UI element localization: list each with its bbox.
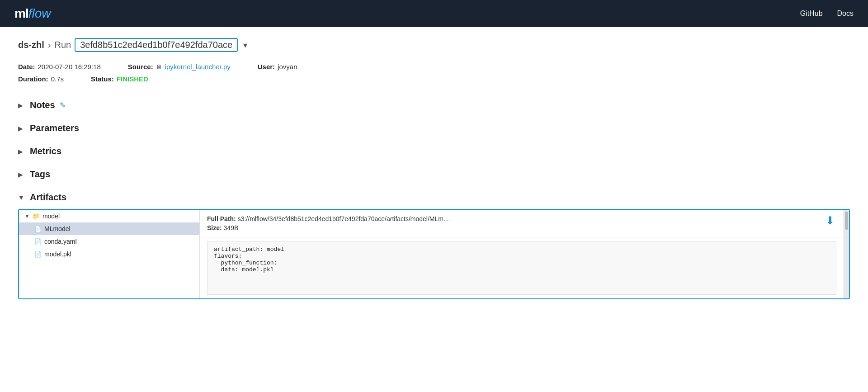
duration-field: Duration: 0.7s xyxy=(18,75,64,83)
model-folder-toggle: ▼ xyxy=(24,213,30,219)
user-value: jovyan xyxy=(278,63,297,71)
source-value[interactable]: ipykernel_launcher.py xyxy=(165,63,231,71)
size-label: Size: xyxy=(207,224,222,231)
content-line-1: artifact_path: model xyxy=(214,246,830,253)
notes-title: Notes xyxy=(30,100,55,110)
run-meta-row-1: Date: 2020-07-20 16:29:18 Source: 🖥 ipyk… xyxy=(18,63,850,71)
run-metadata: Date: 2020-07-20 16:29:18 Source: 🖥 ipyk… xyxy=(18,63,850,83)
model-folder-name: model xyxy=(42,213,60,220)
logo: mlflow xyxy=(14,6,51,21)
notes-toggle-icon: ▶ xyxy=(18,102,25,109)
content-line-3: python_function: xyxy=(214,260,830,266)
content-line-2: flavors: xyxy=(214,253,830,260)
artifact-tree-item-model[interactable]: ▼ 📁 model xyxy=(19,210,199,222)
source-field: Source: 🖥 ipykernel_launcher.py xyxy=(128,63,231,71)
artifacts-section-header[interactable]: ▼ Artifacts xyxy=(18,188,850,207)
status-value: FINISHED xyxy=(117,75,148,83)
artifact-tree-item-mlmodel[interactable]: 📄 MLmodel xyxy=(19,222,199,235)
conda-icon: 📄 xyxy=(34,238,42,245)
full-path-value: s3://mlflow/34/3efd8b51c2ed4ed1b0f7e492f… xyxy=(238,215,449,222)
status-field: Status: FINISHED xyxy=(91,75,148,83)
logo-ml: ml xyxy=(14,6,28,21)
run-label: Run xyxy=(54,40,71,50)
artifact-tree: ▼ 📁 model 📄 MLmodel 📄 conda.yaml 📄 xyxy=(19,210,200,298)
scroll-thumb xyxy=(845,212,848,230)
date-label: Date: xyxy=(18,63,35,71)
duration-label: Duration: xyxy=(18,75,48,83)
artifact-size-row: Size: 349B xyxy=(207,224,836,231)
metrics-toggle-icon: ▶ xyxy=(18,148,25,155)
main-content: ds-zhl › Run 3efd8b51c2ed4ed1b0f7e492fda… xyxy=(0,27,868,392)
header: mlflow GitHub Docs xyxy=(0,0,868,27)
parameters-title: Parameters xyxy=(30,123,79,133)
artifact-tree-item-conda[interactable]: 📄 conda.yaml xyxy=(19,235,199,248)
artifact-content: artifact_path: model flavors: python_fun… xyxy=(207,241,836,295)
github-link[interactable]: GitHub xyxy=(800,9,823,18)
artifacts-toggle-icon: ▼ xyxy=(18,194,25,201)
parameters-toggle-icon: ▶ xyxy=(18,125,25,132)
logo-flow: flow xyxy=(28,6,51,21)
download-button[interactable]: ⬇ xyxy=(826,214,835,227)
parameters-section-header[interactable]: ▶ Parameters xyxy=(18,118,850,138)
mlmodel-name: MLmodel xyxy=(44,225,71,232)
metrics-title: Metrics xyxy=(30,146,61,156)
full-path-label: Full Path: xyxy=(207,215,236,222)
artifacts-container: ▼ 📁 model 📄 MLmodel 📄 conda.yaml 📄 xyxy=(18,209,850,299)
experiment-name[interactable]: ds-zhl xyxy=(18,40,44,50)
breadcrumb-separator: › xyxy=(48,40,51,50)
artifact-tree-item-model-pkl[interactable]: 📄 model.pkl xyxy=(19,248,199,260)
metrics-section: ▶ Metrics xyxy=(18,142,850,161)
artifact-meta: Full Path: s3://mlflow/34/3efd8b51c2ed4e… xyxy=(200,210,844,237)
artifact-panel-scrollbar[interactable] xyxy=(844,210,849,298)
model-pkl-name: model.pkl xyxy=(44,250,71,258)
header-nav: GitHub Docs xyxy=(800,9,854,18)
breadcrumb-dropdown-icon[interactable]: ▾ xyxy=(243,40,247,50)
run-meta-row-2: Duration: 0.7s Status: FINISHED xyxy=(18,75,850,83)
model-folder-icon: 📁 xyxy=(33,213,40,220)
user-field: User: jovyan xyxy=(258,63,297,71)
date-field: Date: 2020-07-20 16:29:18 xyxy=(18,63,101,71)
status-label: Status: xyxy=(91,75,114,83)
tags-toggle-icon: ▶ xyxy=(18,171,25,178)
tags-section: ▶ Tags xyxy=(18,165,850,184)
source-icon: 🖥 xyxy=(156,63,162,71)
docs-link[interactable]: Docs xyxy=(837,9,854,18)
tags-title: Tags xyxy=(30,169,50,179)
artifacts-title: Artifacts xyxy=(30,192,66,203)
artifact-detail: Full Path: s3://mlflow/34/3efd8b51c2ed4e… xyxy=(200,210,844,298)
user-label: User: xyxy=(258,63,275,71)
date-value: 2020-07-20 16:29:18 xyxy=(38,63,101,71)
source-label: Source: xyxy=(128,63,153,71)
duration-value: 0.7s xyxy=(51,75,64,83)
mlmodel-icon: 📄 xyxy=(34,226,42,232)
run-id: 3efd8b51c2ed4ed1b0f7e492fda70ace xyxy=(75,38,238,52)
size-value: 349B xyxy=(224,224,239,231)
artifact-full-path-row: Full Path: s3://mlflow/34/3efd8b51c2ed4e… xyxy=(207,215,836,222)
tags-section-header[interactable]: ▶ Tags xyxy=(18,165,850,184)
notes-section-header[interactable]: ▶ Notes ✎ xyxy=(18,95,850,115)
model-pkl-icon: 📄 xyxy=(34,251,42,258)
notes-edit-icon[interactable]: ✎ xyxy=(60,101,66,109)
parameters-section: ▶ Parameters xyxy=(18,118,850,138)
artifacts-section: ▼ Artifacts ▼ 📁 model 📄 MLmodel 📄 xyxy=(18,188,850,299)
metrics-section-header[interactable]: ▶ Metrics xyxy=(18,142,850,161)
content-line-4: data: model.pkl xyxy=(214,266,830,273)
breadcrumb: ds-zhl › Run 3efd8b51c2ed4ed1b0f7e492fda… xyxy=(18,38,850,52)
notes-section: ▶ Notes ✎ xyxy=(18,95,850,115)
conda-name: conda.yaml xyxy=(44,238,77,245)
